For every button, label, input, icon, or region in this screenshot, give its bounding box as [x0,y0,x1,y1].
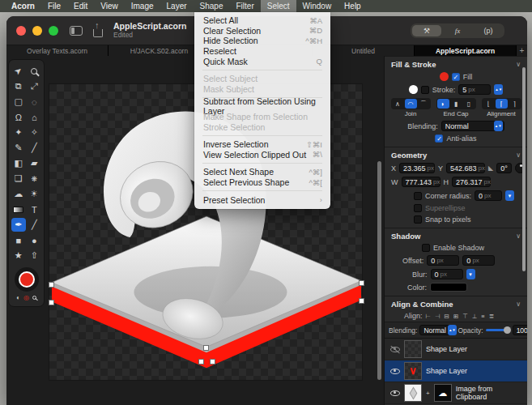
star-shape-tool[interactable]: ★ [11,249,26,262]
line-tool[interactable]: ╱ [27,218,41,232]
menu-item-select-previous-shape[interactable]: Select Previous Shape^⌘[ [194,177,330,188]
burn-tool[interactable]: ☀ [27,187,41,201]
menu-select[interactable]: Select [261,0,296,12]
align-left-icon[interactable]: ⊢ [425,313,432,320]
menu-layer[interactable]: Layer [160,0,194,12]
blending-select[interactable]: Normal ▲▼ [441,121,504,131]
menu-edit[interactable]: Edit [67,0,94,12]
menu-item-preset-selection[interactable]: Preset Selection› [194,194,330,205]
clone-stamp-tool[interactable]: ❏ [11,172,26,185]
loupe-icon[interactable] [32,296,36,300]
plugins-button[interactable]: (p) [474,25,503,36]
share-button[interactable] [93,24,103,37]
menu-view[interactable]: View [94,0,125,12]
x-field[interactable]: 23.365px [399,163,435,173]
menu-item-quick-mask[interactable]: Quick MaskQ [194,56,330,66]
endcap-butt-button[interactable]: ▮ [450,99,462,109]
offset-y-field[interactable]: 0px [462,255,495,266]
selection-handle[interactable] [210,359,215,364]
y-field[interactable]: 542.683px [446,163,485,173]
chevron-down-icon[interactable]: ∨ [516,61,521,68]
opacity-slider-knob[interactable] [504,326,511,334]
tab-overlay-texts[interactable]: Overlay Texts.acorn [6,45,109,56]
blur-field[interactable]: 0px [431,269,463,279]
chevron-down-icon[interactable]: ∨ [516,301,521,308]
ellipse-select-tool[interactable]: ◌ [27,95,41,109]
menu-shape[interactable]: Shape [194,0,230,12]
chevron-down-icon[interactable]: ∨ [516,151,521,159]
magic-wand-tool[interactable]: ✦ [11,126,26,139]
align-outside-button[interactable]: ⌉ [509,99,521,109]
align-hcenter-icon[interactable]: ⊟ [444,313,450,320]
stroke-color-icon[interactable]: ◎ [23,294,29,301]
layer-blending-select[interactable]: Normal ▲▼ [419,325,455,335]
shadow-color-swatch[interactable] [430,283,467,292]
endcap-square-button[interactable]: ▯ [463,99,475,109]
rect-select-tool[interactable]: ▢ [11,95,26,109]
dodge-tool[interactable]: ☁ [11,187,26,201]
minimize-button[interactable] [32,26,42,36]
stroke-width-stepper[interactable]: ▲▼ [494,84,503,95]
zoom-window-button[interactable] [49,26,58,36]
toggle-sidebar-button[interactable] [70,26,83,36]
blur-dropdown[interactable]: ▼ [466,269,475,279]
ellipse-shape-tool[interactable]: ● [27,233,41,247]
flood-fill-tool[interactable]: ◧ [11,156,26,170]
height-field[interactable]: 276.317px [452,177,491,187]
fill-checkbox[interactable]: ✓ [452,73,460,81]
align-vcenter-icon[interactable]: ⊞ [453,313,459,320]
menu-item-hide-selection[interactable]: Hide Selection^⌘H [194,36,330,46]
menu-item-clear-selection[interactable]: Clear Selection⌘D [194,26,330,36]
menu-window[interactable]: Window [296,0,338,12]
menu-item-subtract-selection-layer[interactable]: Subtract from Selection Using Layer [194,101,330,112]
visibility-eye-icon[interactable] [390,390,400,396]
menu-item-select-next-shape[interactable]: Select Next Shape^⌘] [194,167,330,177]
tab-applescript-active[interactable]: AppleScript.acorn [415,45,517,56]
selection-handle[interactable] [359,298,364,304]
chevron-down-icon[interactable]: ∨ [516,232,521,240]
menu-help[interactable]: Help [338,0,368,12]
distribute-v-icon[interactable]: ≣ [488,313,495,320]
opacity-slider[interactable] [486,329,510,331]
menu-filter[interactable]: Filter [230,0,261,12]
join-miter-button[interactable]: ∧ [392,99,404,109]
enable-shadow-checkbox[interactable] [422,244,430,252]
default-colors-icon[interactable]: ◐ [16,294,20,301]
stroke-color-swatch[interactable] [409,85,418,94]
visibility-eye-icon[interactable] [390,369,400,374]
snap-to-pixels-checkbox[interactable] [414,215,422,224]
menu-item-inverse-selection[interactable]: Inverse Selection⇧⌘I [194,139,330,150]
menu-item-select-all[interactable]: Select All⌘A [194,15,330,26]
align-inside-button[interactable]: ⌊ [483,99,495,109]
corner-radius-field[interactable]: 0px [475,190,502,201]
layer-row-shape-1[interactable]: Shape Layer [385,339,527,360]
stroke-width-field[interactable]: 5 px [458,84,491,95]
selection-handle[interactable] [198,359,204,364]
gradient-tool[interactable] [11,202,26,216]
layer-row-shape-2-selected[interactable]: ∨ Shape Layer [385,360,527,382]
selection-handle[interactable] [49,282,54,288]
canvas-vertical-scrollbar[interactable] [377,161,381,380]
corner-radius-checkbox[interactable] [414,192,422,200]
panel-scrollbar[interactable] [522,67,526,271]
align-top-icon[interactable]: ⊤ [462,313,469,320]
align-center-button[interactable]: ⌈ [496,99,508,109]
selection-handle[interactable] [359,280,364,286]
menu-apple-acorn[interactable]: Acorn [5,0,41,12]
join-bevel-button[interactable]: ⌒ [418,99,430,109]
instant-alpha-tool[interactable]: ✧ [27,126,41,139]
filter-brush-tool[interactable]: ❋ [27,172,41,185]
move-tool[interactable]: ➤ [11,64,26,78]
antialias-checkbox[interactable]: ✓ [435,134,443,143]
offset-x-field[interactable]: 0px [427,255,459,266]
visibility-eye-off-icon[interactable] [390,347,400,352]
corner-radius-dropdown[interactable]: ▼ [505,190,514,201]
polygon-lasso-tool[interactable]: ⌂ [27,110,41,124]
width-field[interactable]: 777.143px [402,177,440,187]
opacity-value-field[interactable]: 100% [513,325,527,335]
crop-tool[interactable]: ⧉ [11,79,26,93]
menu-file[interactable]: File [41,0,67,12]
menu-image[interactable]: Image [125,0,160,12]
pen-tool[interactable]: ✒ [11,218,26,232]
distribute-h-icon[interactable]: ≡ [480,313,485,320]
